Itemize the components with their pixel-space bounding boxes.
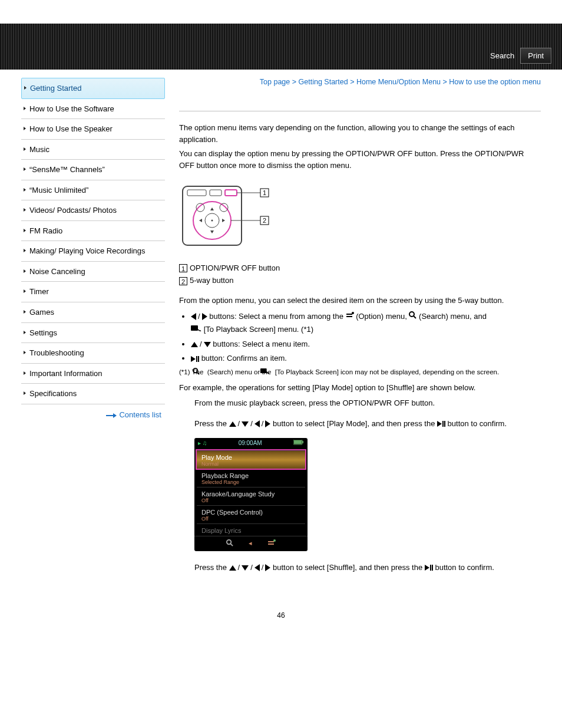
to-playback-icon	[191, 324, 201, 337]
svg-text:2: 2	[263, 217, 266, 224]
right-arrow-icon	[265, 564, 270, 571]
svg-point-7	[211, 219, 213, 221]
device-menu-row: DPC (Speed Control)Off	[197, 505, 305, 523]
sidebar-item[interactable]: Troubleshooting	[21, 343, 165, 364]
legend-1: 1OPTION/PWR OFF button	[179, 263, 541, 273]
svg-rect-30	[268, 541, 274, 542]
svg-rect-16	[346, 314, 352, 315]
left-caret-icon: ◂	[249, 539, 252, 548]
sidebar-item[interactable]: Timer	[21, 282, 165, 302]
svg-rect-31	[268, 543, 274, 545]
svg-point-18	[352, 312, 354, 314]
left-arrow-icon	[254, 564, 260, 571]
intro-para-1: The option menu items vary depending on …	[179, 122, 541, 146]
sidebar-item[interactable]: Settings	[21, 323, 165, 344]
legend-2: 25-way button	[179, 276, 541, 285]
bullet-3: button: Confirms an item.	[191, 352, 541, 365]
header-bar: Search Print	[0, 24, 562, 70]
svg-rect-26	[302, 441, 303, 443]
search-icon	[226, 539, 233, 548]
down-arrow-icon	[242, 421, 249, 427]
sidebar-item[interactable]: “Music Unlimited”	[21, 180, 165, 201]
device-diagram: 1 2	[179, 183, 273, 251]
up-arrow-icon	[229, 421, 236, 427]
sidebar-item[interactable]: Music	[21, 140, 165, 160]
breadcrumb-current: How to use the option menu	[449, 78, 541, 86]
svg-rect-17	[346, 316, 352, 317]
device-time: 09:00AM	[239, 440, 262, 446]
example-intro: For example, the operations for setting …	[179, 382, 541, 394]
search-link[interactable]: Search	[490, 51, 514, 60]
right-arrow-icon	[202, 313, 207, 320]
sidebar-item[interactable]: Getting Started	[21, 78, 165, 99]
sidebar-item[interactable]: Noise Canceling	[21, 262, 165, 282]
page-number: 46	[0, 611, 562, 620]
down-arrow-icon	[242, 565, 249, 571]
sidebar-item[interactable]: Important Information	[21, 364, 165, 384]
step-1: From the music playback screen, press th…	[194, 397, 541, 409]
device-screenshot: ▸ ♫ 09:00AM Play ModeNormalPlayback Rang…	[194, 438, 308, 551]
svg-rect-24	[260, 368, 267, 373]
sidebar-nav: Getting StartedHow to Use the SoftwareHo…	[21, 78, 165, 582]
play-pause-icon	[437, 421, 445, 427]
sidebar-item[interactable]: How to Use the Speaker	[21, 119, 165, 140]
down-arrow-icon	[204, 342, 211, 347]
sidebar-item[interactable]: How to Use the Software	[21, 99, 165, 120]
svg-point-32	[273, 539, 276, 542]
device-menu-row: Playback RangeSelected Range	[197, 469, 305, 487]
up-arrow-icon	[229, 565, 236, 571]
breadcrumb: Top page > Getting Started > Home Menu/O…	[179, 78, 541, 86]
breadcrumb-sep: >	[443, 78, 447, 86]
bullet-2: / buttons: Select a menu item.	[191, 338, 541, 351]
step-3: Press the /// button to select [Shuffle]…	[194, 562, 541, 574]
bullet-1: / buttons: Select a menu from among the …	[191, 310, 541, 337]
breadcrumb-b1[interactable]: Getting Started	[299, 78, 348, 86]
breadcrumb-top[interactable]: Top page	[260, 78, 290, 86]
svg-point-19	[409, 312, 414, 317]
device-menu-row: Play ModeNormal	[197, 450, 305, 469]
divider	[179, 111, 541, 111]
arrow-right-icon	[106, 411, 117, 420]
svg-line-20	[414, 316, 416, 318]
music-note-icon: ▸ ♫	[198, 440, 207, 446]
sidebar-item[interactable]: Games	[21, 302, 165, 323]
contents-list-link[interactable]: Contents list	[119, 410, 161, 419]
print-button[interactable]: Print	[520, 48, 551, 64]
svg-point-22	[193, 368, 197, 373]
sidebar-item[interactable]: Videos/ Podcasts/ Photos	[21, 200, 165, 221]
intro-para-2: You can display the option menu by press…	[179, 148, 541, 172]
svg-line-29	[230, 543, 233, 546]
sidebar-item[interactable]: FM Radio	[21, 221, 165, 242]
play-pause-icon	[425, 565, 433, 571]
breadcrumb-b2[interactable]: Home Menu/Option Menu	[356, 78, 441, 86]
bullet-list: / buttons: Select a menu from among the …	[179, 310, 541, 365]
battery-icon	[293, 440, 304, 446]
play-pause-icon	[191, 356, 199, 362]
instruction-para: From the option menu, you can select the…	[179, 295, 541, 307]
search-icon	[409, 310, 416, 323]
svg-point-28	[227, 540, 231, 544]
svg-rect-27	[294, 440, 302, 444]
up-arrow-icon	[191, 342, 198, 347]
device-menu-row: Karaoke/Language StudyOff	[197, 487, 305, 505]
left-arrow-icon	[191, 313, 196, 320]
breadcrumb-sep: >	[292, 78, 296, 86]
device-menu-row: Display Lyrics	[197, 523, 305, 536]
svg-text:1: 1	[263, 189, 266, 196]
footnote: (*1) The (Search) menu or the [To Playba…	[192, 367, 541, 377]
sidebar-item[interactable]: Making/ Playing Voice Recordings	[21, 241, 165, 262]
left-arrow-icon	[254, 420, 260, 427]
option-menu-icon	[346, 310, 354, 323]
svg-rect-21	[191, 325, 198, 331]
sidebar-item[interactable]: Specifications	[21, 384, 165, 404]
right-arrow-icon	[265, 420, 270, 427]
breadcrumb-sep: >	[350, 78, 354, 86]
main-content: Top page > Getting Started > Home Menu/O…	[179, 78, 541, 582]
step-2: Press the /// button to select [Play Mod…	[194, 418, 541, 430]
option-menu-icon	[267, 539, 276, 548]
svg-line-23	[197, 373, 199, 375]
sidebar-item[interactable]: “SensMe™ Channels”	[21, 160, 165, 180]
